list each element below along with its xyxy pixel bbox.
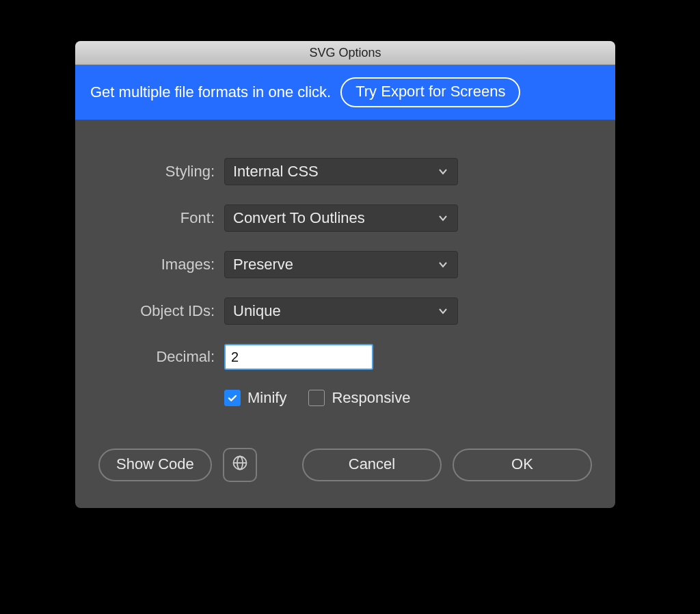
promo-text: Get multiple file formats in one click. (90, 83, 331, 101)
minify-checkbox[interactable]: Minify (224, 389, 286, 407)
object-ids-value: Unique (233, 302, 281, 320)
images-label: Images: (98, 256, 215, 273)
minify-label: Minify (247, 389, 286, 407)
chevron-down-icon (438, 260, 448, 269)
font-row: Font: Convert To Outlines (98, 204, 592, 232)
promo-banner: Get multiple file formats in one click. … (75, 65, 615, 120)
decimal-label: Decimal: (98, 348, 215, 366)
dialog-title: SVG Options (309, 46, 381, 60)
decimal-input[interactable] (224, 344, 373, 370)
chevron-down-icon (438, 306, 448, 316)
decimal-row: Decimal: (98, 344, 592, 370)
globe-icon (232, 455, 248, 475)
styling-row: Styling: Internal CSS (98, 158, 592, 185)
styling-label: Styling: (98, 163, 215, 181)
checkbox-row: Minify Responsive (224, 389, 592, 407)
dialog-footer: Show Code Cancel OK (98, 448, 592, 482)
ok-button[interactable]: OK (453, 449, 592, 481)
images-row: Images: Preserve (98, 251, 592, 278)
responsive-checkbox[interactable]: Responsive (308, 389, 410, 407)
checkbox-icon (224, 390, 241, 406)
styling-value: Internal CSS (233, 163, 319, 181)
font-label: Font: (98, 209, 215, 227)
dialog-body: Styling: Internal CSS Font: Convert To O… (75, 120, 615, 508)
images-select[interactable]: Preserve (224, 251, 458, 278)
checkbox-icon (308, 390, 325, 406)
font-select[interactable]: Convert To Outlines (224, 204, 458, 232)
object-ids-row: Object IDs: Unique (98, 297, 592, 325)
images-value: Preserve (233, 256, 293, 273)
show-code-button[interactable]: Show Code (98, 449, 212, 481)
globe-button[interactable] (223, 448, 257, 482)
object-ids-label: Object IDs: (98, 302, 215, 320)
try-export-for-screens-button[interactable]: Try Export for Screens (340, 77, 520, 107)
object-ids-select[interactable]: Unique (224, 297, 458, 325)
chevron-down-icon (438, 213, 448, 223)
styling-select[interactable]: Internal CSS (224, 158, 458, 185)
responsive-label: Responsive (332, 389, 410, 407)
font-value: Convert To Outlines (233, 209, 365, 227)
svg-options-dialog: SVG Options Get multiple file formats in… (75, 41, 615, 508)
dialog-titlebar: SVG Options (75, 41, 615, 65)
cancel-button[interactable]: Cancel (302, 449, 442, 481)
chevron-down-icon (438, 167, 448, 176)
